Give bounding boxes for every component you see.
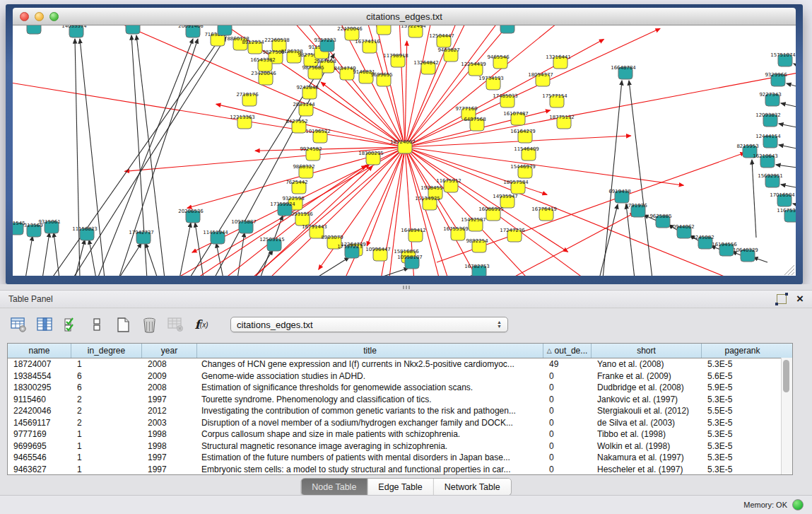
node-table[interactable]: namein_degreeyeartitle△out_de...shortpag… xyxy=(7,343,793,475)
table-cell: Jankovic et al. (1997) xyxy=(592,395,702,404)
table-cell: 6 xyxy=(71,371,142,381)
table-cell: 5.5E-5 xyxy=(702,406,783,416)
graph-edge[interactable] xyxy=(599,204,618,276)
citation-network-graph[interactable]: 7163822886012889129342226053898275051654… xyxy=(13,25,796,276)
table-cell: 1997 xyxy=(142,395,197,404)
graph-edge[interactable] xyxy=(511,213,635,276)
graph-edge[interactable] xyxy=(781,185,796,192)
table-row[interactable]: 1830029562008Estimation of significance … xyxy=(8,382,792,394)
table-row[interactable]: 911546021997Tourette syndrome. Phenomeno… xyxy=(8,394,792,406)
new-table-icon[interactable] xyxy=(114,316,131,333)
graph-node-label: 9463627 xyxy=(437,47,459,53)
graph-edge[interactable] xyxy=(89,240,96,276)
network-view-window[interactable]: citations_edges.txt 71638228860128891293… xyxy=(6,4,803,284)
table-row[interactable]: 1938455462009Genome-wide association stu… xyxy=(8,370,792,382)
table-selector-dropdown[interactable]: citations_edges.txt ▲▼ xyxy=(230,317,508,332)
table-cell: 14569117 xyxy=(8,418,71,428)
column-header-out_de[interactable]: △out_de... xyxy=(543,344,592,358)
graph-node[interactable] xyxy=(218,25,232,35)
graph-edge[interactable] xyxy=(752,160,756,238)
table-row[interactable]: 946554611997Estimation of the future num… xyxy=(8,452,792,464)
table-cell: 18300295 xyxy=(8,382,71,392)
graph-edge[interactable] xyxy=(180,223,191,276)
divider-grip-icon[interactable] xyxy=(403,286,410,289)
table-row[interactable]: 1872400712008Changes of HCN gene express… xyxy=(8,358,792,370)
graph-node-label: 16210643 xyxy=(753,153,778,159)
resize-grip-icon[interactable] xyxy=(788,269,794,275)
graph-edge[interactable] xyxy=(119,243,141,276)
graph-node-label: 8903079 xyxy=(321,235,343,240)
table-cell: Hescheler et al. (1997) xyxy=(592,465,702,474)
graph-edge[interactable] xyxy=(216,243,223,276)
graph-edge[interactable] xyxy=(787,83,796,93)
graph-edge[interactable] xyxy=(603,81,622,276)
select-columns-icon[interactable] xyxy=(62,316,79,333)
delete-table-icon[interactable] xyxy=(141,316,158,333)
graph-node[interactable] xyxy=(500,25,514,33)
resize-grip-icon[interactable] xyxy=(792,272,794,275)
graph-edge[interactable] xyxy=(25,236,33,276)
memory-status-indicator[interactable] xyxy=(792,499,804,510)
column-header-name[interactable]: name xyxy=(8,344,71,358)
graph-edge[interactable] xyxy=(779,145,796,153)
panel-divider[interactable] xyxy=(0,284,812,290)
show-columns-icon[interactable] xyxy=(36,316,53,333)
graph-edge[interactable] xyxy=(13,76,405,147)
graph-node-label: 9625885 xyxy=(649,214,671,219)
graph-edge[interactable] xyxy=(779,124,796,132)
graph-node-label: 9931545 xyxy=(13,221,25,226)
table-cell: 1 xyxy=(71,359,142,369)
graph-edge[interactable] xyxy=(781,103,796,112)
column-header-in_degree[interactable]: in_degree xyxy=(71,344,142,358)
table-scrollbar-thumb[interactable] xyxy=(783,360,789,392)
row-height-icon[interactable] xyxy=(88,316,105,333)
graph-node-label: 9329966 xyxy=(765,72,787,78)
table-panel-body: f(x) citations_edges.txt ▲▼ namein_degre… xyxy=(0,308,812,495)
graph-node-label: 15816856 xyxy=(394,249,419,255)
table-cell: 0 xyxy=(543,452,592,462)
graph-node[interactable] xyxy=(377,25,391,35)
graph-node-label: 8791936 xyxy=(625,203,647,209)
import-table-icon[interactable] xyxy=(167,316,184,333)
table-scrollbar[interactable] xyxy=(781,358,792,474)
graph-edge[interactable] xyxy=(776,165,796,170)
graph-node-label: 16543382 xyxy=(250,57,276,63)
graph-node-label: 10196522 xyxy=(305,129,331,134)
graph-edge[interactable] xyxy=(119,39,198,276)
table-row[interactable]: 2242004622012Investigating the contribut… xyxy=(8,405,792,417)
network-canvas[interactable]: 7163822886012889129342226053898275051654… xyxy=(13,25,796,276)
graph-node-label: 15751074 xyxy=(770,52,796,58)
graph-node-label: 19384554 xyxy=(420,185,446,191)
table-row[interactable]: 969969511998Structural magnetic resonanc… xyxy=(8,440,792,452)
graph-node-label: 9227343 xyxy=(759,92,781,98)
column-header-pagerank[interactable]: pagerank xyxy=(702,344,783,358)
function-builder-icon[interactable]: f(x) xyxy=(193,316,210,333)
table-row[interactable]: 1456911722003Disruption of a novel membe… xyxy=(8,417,792,429)
graph-edge[interactable] xyxy=(237,233,245,276)
table-row[interactable]: 977716911998Corpus callosum shape and si… xyxy=(8,428,792,440)
table-settings-icon[interactable] xyxy=(10,316,27,333)
graph-edge[interactable] xyxy=(42,233,49,276)
status-bar: Memory: OK xyxy=(0,495,812,514)
tab-edge-table[interactable]: Edge Table xyxy=(367,479,433,495)
network-window-titlebar[interactable]: citations_edges.txt xyxy=(13,8,796,25)
tab-network-table[interactable]: Network Table xyxy=(433,479,511,495)
graph-edge[interactable] xyxy=(75,39,80,276)
column-header-year[interactable]: year xyxy=(142,344,197,358)
graph-node-label: 14935947 xyxy=(493,194,518,199)
float-panel-icon[interactable] xyxy=(777,294,787,304)
table-row[interactable]: 946362711997Embryonic stem cells: a mode… xyxy=(8,464,792,476)
close-panel-icon[interactable]: × xyxy=(796,294,804,304)
graph-edge[interactable] xyxy=(253,166,372,276)
graph-node-label: 10944062 xyxy=(669,224,695,230)
graph-edge[interactable] xyxy=(753,257,767,262)
graph-edge[interactable] xyxy=(146,243,158,276)
graph-node-label: 16164279 xyxy=(510,129,536,134)
column-header-short[interactable]: short xyxy=(592,344,702,358)
column-header-title[interactable]: title xyxy=(197,344,543,358)
tab-node-table[interactable]: Node Table xyxy=(301,479,367,495)
graph-node-label: 18724007 xyxy=(390,139,416,145)
graph-node[interactable] xyxy=(126,25,140,34)
graph-node[interactable] xyxy=(27,25,41,34)
graph-node-label: 9465546 xyxy=(487,54,510,60)
